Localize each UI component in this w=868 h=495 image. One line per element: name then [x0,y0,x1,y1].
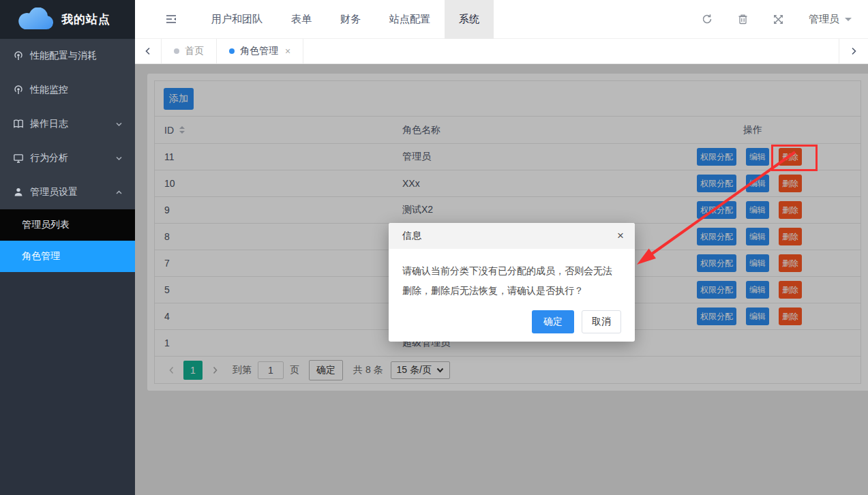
submenu-item-label: 角色管理 [22,250,60,262]
nav-item-label: 系统 [459,13,479,26]
sidebar-item-performance-monitor[interactable]: 性能监控 [0,73,135,107]
sidebar: 我的站点 性能配置与消耗 性能监控 操作日志 [0,0,135,495]
sidebar-subitem-admin-list[interactable]: 管理员列表 [0,209,135,241]
cloud-icon [15,7,55,32]
sidebar-item-label: 性能监控 [30,84,68,96]
nav-item-label: 用户和团队 [211,13,263,26]
nav-item-finance[interactable]: 财务 [326,0,375,39]
tab-dot [174,48,179,54]
sidebar-item-label: 性能配置与消耗 [30,50,97,62]
tab-label: 首页 [185,45,204,57]
header-icons: 管理员 [702,13,852,26]
dialog-footer: 确定 取消 [532,310,621,333]
podcast-icon [13,50,24,61]
sidebar-subitem-role-management[interactable]: 角色管理 [0,241,135,272]
dialog-header: 信息 × [389,223,635,249]
chevron-down-icon [115,121,123,128]
dialog-message: 请确认当前分类下没有已分配的成员，否则会无法删除，删除后无法恢复，请确认是否执行… [389,249,635,301]
user-name-label: 管理员 [809,13,839,26]
dialog-ok-button[interactable]: 确定 [532,310,574,333]
submenu-item-label: 管理员列表 [22,219,70,231]
tab-home[interactable]: 首页 [162,39,217,63]
chevron-up-icon [115,189,123,196]
trash-icon[interactable] [738,14,748,25]
tab-bar: 首页 角色管理 × [135,39,868,64]
tabs-scroll-right-icon[interactable] [839,39,868,63]
nav-item-label: 财务 [340,13,361,26]
tab-role-management[interactable]: 角色管理 × [217,39,303,63]
nav-item-users-teams[interactable]: 用户和团队 [197,0,277,39]
tab-close-icon[interactable]: × [285,46,290,57]
nav-item-site-config[interactable]: 站点配置 [375,0,445,39]
sidebar-item-performance-config[interactable]: 性能配置与消耗 [0,39,135,73]
top-header: 用户和团队 表单 财务 站点配置 系统 管理员 [135,0,868,39]
sidebar-item-label: 管理员设置 [30,186,78,198]
podcast-icon [13,85,24,95]
confirm-dialog: 信息 × 请确认当前分类下没有已分配的成员，否则会无法删除，删除后无法恢复，请确… [389,223,635,342]
sidebar-item-admin-settings[interactable]: 管理员设置 [0,175,135,209]
header-nav: 用户和团队 表单 财务 站点配置 系统 [197,0,494,39]
nav-item-system[interactable]: 系统 [445,0,494,39]
tab-dot [229,48,235,54]
user-icon [13,187,24,198]
tabs-scroll-left-icon[interactable] [135,39,162,63]
dialog-cancel-button[interactable]: 取消 [582,310,621,333]
user-menu[interactable]: 管理员 [809,13,852,26]
sidebar-item-label: 行为分析 [30,152,68,164]
nav-item-label: 表单 [291,13,312,26]
sidebar-item-operation-log[interactable]: 操作日志 [0,107,135,141]
caret-down-icon [845,18,852,25]
dialog-close-icon[interactable]: × [617,223,624,249]
sidebar-submenu: 管理员列表 角色管理 [0,209,135,272]
fullscreen-icon[interactable] [773,14,783,25]
sidebar-filler [0,272,135,495]
chevron-down-icon [115,155,123,162]
monitor-icon [13,153,24,164]
nav-item-forms[interactable]: 表单 [277,0,326,39]
dialog-title: 信息 [402,230,421,242]
app-logo: 我的站点 [0,0,135,39]
nav-item-label: 站点配置 [389,13,430,26]
sidebar-item-label: 操作日志 [30,118,68,130]
sidebar-menu: 性能配置与消耗 性能监控 操作日志 行为分析 [0,39,135,209]
menu-collapse-icon[interactable] [166,14,177,24]
book-icon [13,119,24,130]
refresh-icon[interactable] [702,14,713,25]
site-title: 我的站点 [61,12,110,27]
sidebar-item-behavior-analysis[interactable]: 行为分析 [0,141,135,175]
tab-label: 角色管理 [240,45,278,57]
